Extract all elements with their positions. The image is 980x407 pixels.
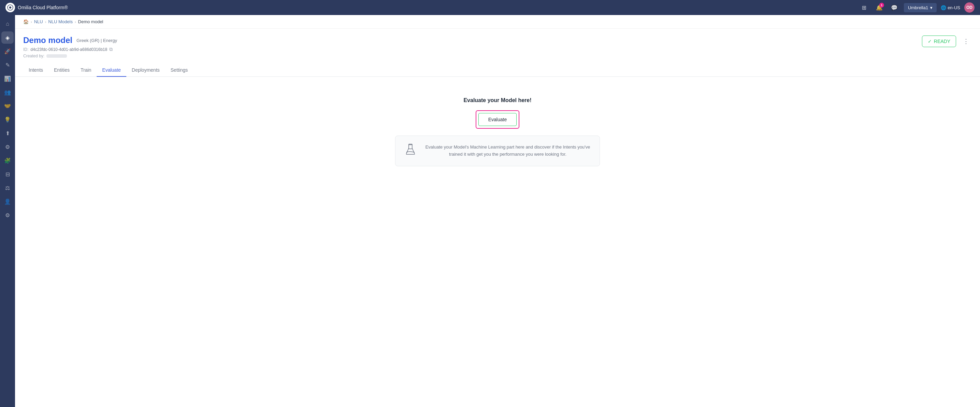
nlu-icon: ◈	[5, 35, 10, 41]
evaluate-content: Evaluate your Model here! Evaluate	[15, 77, 980, 407]
page-title-block: Demo model Greek (GR) | Energy ID: d4c23…	[23, 35, 117, 58]
agents-icon: 👥	[4, 89, 11, 95]
more-options-button[interactable]: ⋮	[960, 36, 972, 46]
ready-button[interactable]: ✓ READY	[922, 35, 956, 47]
breadcrumb-sep-2: ›	[45, 20, 46, 24]
page-title-subtitle: Greek (GR) | Energy	[76, 38, 117, 43]
model-id-value: d4c23fdc-0610-4d01-ab9d-a686d0316b18	[30, 47, 107, 52]
main-content: 🏠 › NLU › NLU Models › Demo model Demo m…	[15, 15, 980, 407]
chevron-down-icon: ▾	[930, 5, 932, 10]
header-left: Omilia Cloud Platform®	[5, 3, 68, 12]
language-btn[interactable]: 🌐 en-US	[941, 5, 960, 10]
gear-icon: ⚙	[5, 144, 10, 150]
model-id-prefix: ID:	[23, 47, 28, 52]
apps-icon-btn[interactable]: ⊞	[859, 2, 870, 13]
sidebar-item-upload[interactable]: ⬆	[2, 127, 14, 139]
message-icon: 💬	[891, 5, 898, 11]
bulb-icon: 💡	[4, 116, 11, 123]
sidebar: ⌂ ◈ 🚀 ✎ 📊 👥 🤝 💡 ⬆ ⚙ 🧩	[0, 15, 15, 407]
language-label: en-US	[948, 5, 960, 10]
sidebar-item-home[interactable]: ⌂	[2, 18, 14, 30]
evaluate-section: Evaluate your Model here! Evaluate	[378, 97, 617, 166]
page-header: Demo model Greek (GR) | Energy ID: d4c23…	[15, 29, 980, 58]
chart-icon: 📊	[4, 75, 11, 82]
breadcrumb-nlu-models[interactable]: NLU Models	[48, 19, 73, 24]
check-icon: ✓	[928, 38, 932, 44]
main-layout: ⌂ ◈ 🚀 ✎ 📊 👥 🤝 💡 ⬆ ⚙ 🧩	[0, 15, 980, 407]
sidebar-item-nlu[interactable]: ◈	[2, 32, 14, 44]
app-logo	[5, 3, 15, 12]
header-right: ⊞ 🔔 1 💬 Umbrella1 ▾ 🌐 en-US OD	[859, 2, 975, 13]
sidebar-item-legal[interactable]: ⚖	[2, 182, 14, 194]
sidebar-item-people[interactable]: 🤝	[2, 100, 14, 112]
evaluate-button[interactable]: Evaluate	[478, 113, 517, 126]
svg-point-1	[9, 6, 11, 8]
sidebar-item-canvas[interactable]: ✎	[2, 59, 14, 71]
puzzle-icon: 🧩	[4, 157, 11, 164]
rocket-icon: 🚀	[4, 48, 11, 55]
header-actions: ✓ READY ⋮	[922, 35, 972, 47]
workspace-label: Umbrella1	[908, 5, 928, 10]
evaluate-info-text: Evaluate your Model's Machine Learning p…	[424, 144, 592, 158]
app-name: Omilia Cloud Platform®	[18, 5, 68, 10]
avatar[interactable]: OD	[964, 2, 975, 13]
globe-icon: 🌐	[941, 5, 946, 10]
notifications-btn[interactable]: 🔔 1	[874, 2, 885, 13]
breadcrumb-sep-1: ›	[31, 20, 32, 24]
created-by-value	[46, 54, 67, 58]
person-group-icon: 🤝	[4, 103, 11, 109]
workspace-btn[interactable]: Umbrella1 ▾	[904, 3, 937, 12]
breadcrumb-sep-3: ›	[75, 20, 76, 24]
user-icon: 👤	[4, 199, 11, 205]
messages-btn[interactable]: 💬	[889, 2, 900, 13]
top-header: Omilia Cloud Platform® ⊞ 🔔 1 💬 Umbrella1…	[0, 0, 980, 15]
upload-icon: ⬆	[5, 130, 10, 137]
sidebar-item-ideas[interactable]: 💡	[2, 113, 14, 126]
sidebar-item-flows[interactable]: 🚀	[2, 45, 14, 57]
home-icon: ⌂	[6, 21, 9, 27]
legal-icon: ⚖	[5, 185, 10, 191]
notification-badge: 1	[879, 3, 884, 8]
integration-icon: ⊟	[5, 171, 10, 178]
evaluate-button-wrapper: Evaluate	[476, 110, 519, 129]
tab-train[interactable]: Train	[75, 64, 97, 77]
evaluate-headline: Evaluate your Model here!	[463, 97, 531, 103]
created-by-row: Created by:	[23, 54, 117, 58]
sidebar-item-plugins[interactable]: 🧩	[2, 154, 14, 167]
flask-icon	[404, 143, 417, 159]
breadcrumb-current: Demo model	[78, 19, 103, 24]
tab-deployments[interactable]: Deployments	[126, 64, 165, 77]
tab-intents[interactable]: Intents	[23, 64, 48, 77]
sidebar-item-user[interactable]: 👤	[2, 195, 14, 208]
page-title: Demo model Greek (GR) | Energy	[23, 35, 117, 45]
created-by-label: Created by:	[23, 54, 45, 58]
breadcrumb: 🏠 › NLU › NLU Models › Demo model	[15, 15, 980, 29]
tab-evaluate[interactable]: Evaluate	[97, 64, 126, 77]
sidebar-item-analytics[interactable]: 📊	[2, 72, 14, 85]
sidebar-item-settings[interactable]: ⚙	[2, 141, 14, 153]
tab-settings[interactable]: Settings	[165, 64, 194, 77]
system-settings-icon: ⚙	[5, 212, 10, 218]
copy-icon[interactable]: ⧉	[109, 46, 113, 52]
tab-entities[interactable]: Entities	[48, 64, 75, 77]
sidebar-item-agents[interactable]: 👥	[2, 86, 14, 99]
sidebar-item-integrations[interactable]: ⊟	[2, 168, 14, 180]
sidebar-item-system-settings[interactable]: ⚙	[2, 209, 14, 221]
breadcrumb-nlu[interactable]: NLU	[34, 19, 43, 24]
model-id-row: ID: d4c23fdc-0610-4d01-ab9d-a686d0316b18…	[23, 46, 117, 52]
edit-icon: ✎	[5, 62, 10, 68]
apps-icon: ⊞	[862, 5, 866, 11]
tabs-bar: Intents Entities Train Evaluate Deployme…	[15, 64, 980, 77]
breadcrumb-home[interactable]: 🏠	[23, 19, 29, 24]
evaluate-info-card: Evaluate your Model's Machine Learning p…	[395, 135, 600, 166]
